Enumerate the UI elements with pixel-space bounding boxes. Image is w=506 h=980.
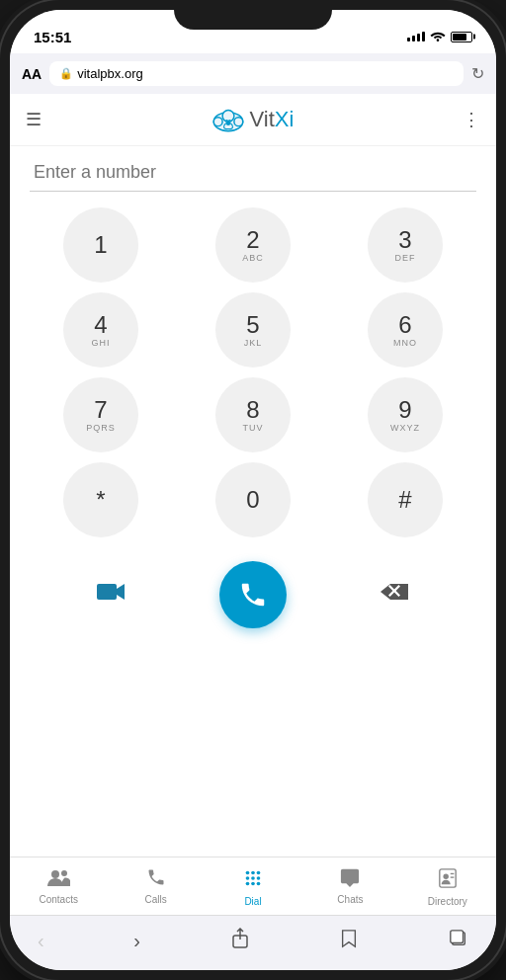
url-bar[interactable]: 🔒 vitalpbx.org (49, 61, 464, 86)
refresh-button[interactable]: ↻ (471, 64, 484, 83)
svg-point-3 (222, 110, 234, 122)
key-7[interactable]: 7PQRS (63, 377, 138, 452)
browser-bottom-bar: ‹ › (10, 915, 496, 970)
video-call-button[interactable] (96, 579, 127, 611)
key-8[interactable]: 8TUV (215, 377, 291, 452)
logo-text: VitXi (250, 107, 295, 132)
directory-icon (438, 867, 458, 894)
calls-icon (146, 867, 166, 892)
nav-calls[interactable]: Calls (107, 863, 204, 911)
browser-bookmarks-button[interactable] (331, 925, 367, 957)
browser-tabs-button[interactable] (441, 925, 476, 957)
hamburger-button[interactable]: ☰ (26, 109, 42, 130)
key-2[interactable]: 2ABC (215, 207, 291, 283)
key-1[interactable]: 1 (63, 207, 138, 283)
bottom-nav: Contacts Calls (10, 857, 496, 915)
call-button[interactable] (219, 561, 287, 628)
browser-bar: AA 🔒 vitalpbx.org ↻ (10, 53, 496, 94)
lock-icon: 🔒 (59, 67, 73, 80)
key-0[interactable]: 0 (215, 462, 291, 537)
signal-icon (407, 32, 425, 41)
wifi-icon (430, 30, 446, 44)
nav-chats[interactable]: Chats (301, 863, 398, 911)
contacts-icon (46, 867, 70, 892)
chats-icon (339, 867, 361, 892)
key-#[interactable]: # (368, 462, 443, 537)
status-bar: 15:51 (10, 10, 496, 53)
svg-point-4 (225, 121, 229, 124)
key-5[interactable]: 5JKL (215, 292, 291, 368)
action-bar (30, 553, 476, 636)
nav-directory-label: Directory (428, 896, 467, 907)
svg-point-15 (251, 882, 255, 886)
backspace-button[interactable] (379, 580, 410, 610)
svg-point-7 (61, 870, 67, 876)
svg-rect-23 (451, 931, 464, 943)
svg-point-16 (257, 882, 261, 886)
number-input[interactable] (30, 154, 476, 192)
nav-dial-label: Dial (244, 896, 261, 907)
logo-icon (211, 106, 246, 133)
more-options-button[interactable]: ⋮ (463, 109, 480, 130)
svg-point-18 (443, 873, 448, 878)
app-content: ☰ VitXi ⋮ (10, 94, 496, 915)
svg-point-14 (246, 882, 250, 886)
svg-point-11 (246, 876, 250, 880)
nav-calls-label: Calls (144, 894, 166, 905)
svg-point-8 (246, 871, 250, 875)
key-4[interactable]: 4GHI (63, 292, 138, 368)
nav-chats-label: Chats (337, 894, 363, 905)
key-3[interactable]: 3DEF (368, 207, 443, 283)
nav-contacts[interactable]: Contacts (10, 863, 107, 911)
svg-point-1 (213, 118, 222, 126)
dial-icon (242, 867, 264, 894)
phone-frame: 15:51 AA 🔒 vitalpbx.org ↻ (0, 0, 506, 980)
nav-dial[interactable]: Dial (205, 863, 301, 911)
status-icons (407, 30, 472, 44)
nav-contacts-label: Contacts (39, 894, 77, 905)
browser-share-button[interactable] (222, 924, 258, 958)
svg-point-12 (251, 876, 255, 880)
svg-point-2 (233, 118, 242, 126)
url-text: vitalpbx.org (77, 66, 142, 81)
browser-forward-button[interactable]: › (126, 926, 148, 956)
browser-aa-button[interactable]: AA (22, 66, 42, 82)
svg-point-10 (257, 871, 261, 875)
svg-point-6 (51, 870, 59, 878)
screen: 15:51 AA 🔒 vitalpbx.org ↻ (10, 10, 496, 970)
svg-point-9 (251, 871, 255, 875)
keypad: 12ABC3DEF4GHI5JKL6MNO7PQRS8TUV9WXYZ*0# (30, 207, 476, 537)
app-header: ☰ VitXi ⋮ (10, 94, 496, 146)
key-6[interactable]: 6MNO (368, 292, 443, 368)
status-time: 15:51 (34, 29, 71, 45)
svg-point-13 (257, 876, 261, 880)
key-*[interactable]: * (63, 462, 138, 537)
dialer: 12ABC3DEF4GHI5JKL6MNO7PQRS8TUV9WXYZ*0# (10, 146, 496, 857)
browser-back-button[interactable]: ‹ (30, 926, 52, 956)
svg-rect-5 (97, 584, 117, 600)
app-logo: VitXi (211, 106, 295, 133)
nav-directory[interactable]: Directory (399, 863, 496, 911)
key-9[interactable]: 9WXYZ (368, 377, 443, 452)
battery-icon (451, 32, 472, 42)
